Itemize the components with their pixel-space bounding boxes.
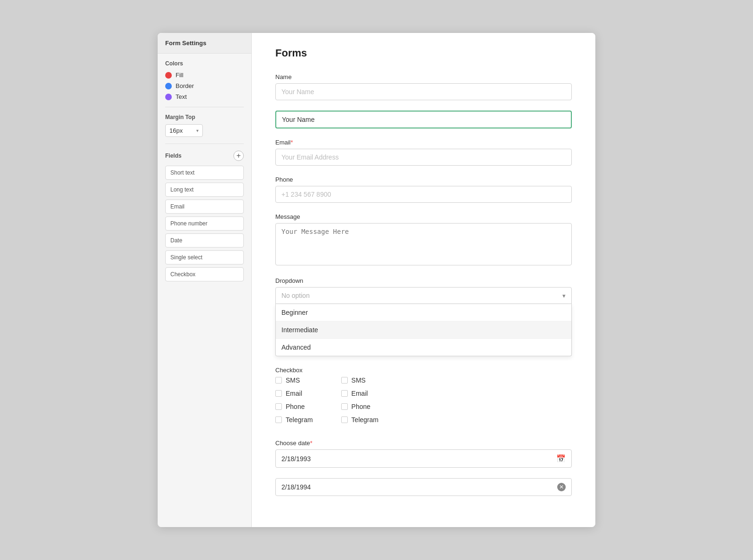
message-textarea[interactable] bbox=[275, 223, 572, 265]
checkbox-sms-right-input[interactable] bbox=[341, 377, 348, 384]
color-fill[interactable]: Fill bbox=[165, 72, 244, 79]
text-color-label: Text bbox=[176, 93, 187, 100]
checkbox-sms-left-input[interactable] bbox=[275, 377, 282, 384]
checkbox-sms-left-label: SMS bbox=[286, 376, 300, 384]
date2-container: ✕ bbox=[275, 478, 572, 496]
form-group-email: Email* bbox=[275, 139, 572, 166]
dropdown-option-advanced[interactable]: Advanced bbox=[276, 339, 571, 356]
form-group-dropdown: Dropdown No option ▾ Beginner Intermedia… bbox=[275, 277, 572, 356]
form-group-phone: Phone bbox=[275, 176, 572, 203]
calendar-icon[interactable]: 📅 bbox=[556, 454, 566, 463]
margin-top-section: Margin Top 16px ▾ bbox=[165, 114, 244, 137]
divider-2 bbox=[165, 144, 244, 144]
checkbox-telegram-right-label: Telegram bbox=[352, 416, 379, 424]
color-text[interactable]: Text bbox=[165, 93, 244, 100]
form-group-name-active bbox=[275, 111, 572, 128]
form-group-message: Message bbox=[275, 213, 572, 267]
checkbox-sms-right: SMS bbox=[341, 376, 379, 384]
checkbox-email-right: Email bbox=[341, 390, 379, 397]
dropdown-options-list: Beginner Intermediate Advanced bbox=[275, 304, 572, 356]
fields-header: Fields + bbox=[165, 151, 244, 161]
form-group-date1: Choose date* 📅 bbox=[275, 440, 572, 468]
checkbox-phone-left-label: Phone bbox=[286, 403, 304, 410]
phone-input[interactable] bbox=[275, 186, 572, 203]
checkbox-email-right-input[interactable] bbox=[341, 390, 348, 397]
date1-input[interactable] bbox=[281, 455, 556, 463]
margin-top-select[interactable]: 16px ▾ bbox=[165, 124, 203, 137]
date1-container: 📅 bbox=[275, 449, 572, 468]
chevron-down-icon: ▾ bbox=[562, 292, 566, 299]
message-label: Message bbox=[275, 213, 572, 220]
checkbox-email-left-input[interactable] bbox=[275, 390, 282, 397]
field-checkbox[interactable]: Checkbox bbox=[165, 267, 244, 281]
field-single-select[interactable]: Single select bbox=[165, 250, 244, 264]
date1-required-star: * bbox=[310, 440, 312, 447]
divider-1 bbox=[165, 107, 244, 107]
colors-section-title: Colors bbox=[165, 60, 244, 67]
checkbox-telegram-left-label: Telegram bbox=[286, 416, 313, 424]
sidebar: Form Settings Colors Fill Border Text Ma… bbox=[158, 33, 252, 527]
fields-section: Fields + Short text Long text Email Phon… bbox=[165, 151, 244, 281]
checkbox-column-right: SMS Email Phone Telegram bbox=[341, 376, 379, 429]
dropdown-option-beginner[interactable]: Beginner bbox=[276, 304, 571, 321]
phone-label: Phone bbox=[275, 176, 572, 183]
clear-icon[interactable]: ✕ bbox=[557, 483, 566, 491]
checkbox-telegram-right: Telegram bbox=[341, 416, 379, 424]
form-group-checkbox: Checkbox SMS Email Phone bbox=[275, 367, 572, 429]
checkbox-columns: SMS Email Phone Telegram bbox=[275, 376, 572, 429]
form-group-name-inactive: Name bbox=[275, 73, 572, 100]
border-color-label: Border bbox=[176, 82, 194, 89]
dropdown-label: Dropdown bbox=[275, 277, 572, 284]
checkbox-email-left: Email bbox=[275, 390, 313, 397]
main-area: Forms Name Email* Phone Message bbox=[252, 33, 595, 527]
field-phone-number[interactable]: Phone number bbox=[165, 216, 244, 231]
email-label: Email* bbox=[275, 139, 572, 146]
app-container: Form Settings Colors Fill Border Text Ma… bbox=[158, 33, 595, 527]
date1-label: Choose date* bbox=[275, 440, 572, 447]
chevron-down-icon: ▾ bbox=[196, 128, 199, 133]
margin-top-label: Margin Top bbox=[165, 114, 244, 120]
checkbox-label: Checkbox bbox=[275, 367, 572, 374]
email-input[interactable] bbox=[275, 149, 572, 166]
add-field-button[interactable]: + bbox=[233, 151, 244, 161]
checkbox-phone-right-input[interactable] bbox=[341, 403, 348, 410]
checkbox-sms-right-label: SMS bbox=[352, 376, 366, 384]
fields-title: Fields bbox=[165, 152, 182, 159]
checkbox-sms-left: SMS bbox=[275, 376, 313, 384]
fill-color-dot bbox=[165, 72, 172, 79]
page-title: Forms bbox=[275, 47, 572, 59]
form-group-date2: ✕ bbox=[275, 478, 572, 496]
checkbox-email-right-label: Email bbox=[352, 390, 368, 397]
sidebar-content: Colors Fill Border Text Margin Top 16px … bbox=[158, 54, 251, 291]
dropdown-container: No option ▾ Beginner Intermediate Advanc… bbox=[275, 287, 572, 356]
dropdown-option-intermediate[interactable]: Intermediate bbox=[276, 321, 571, 339]
name-input-inactive[interactable] bbox=[275, 83, 572, 100]
checkbox-phone-right-label: Phone bbox=[352, 403, 370, 410]
field-short-text[interactable]: Short text bbox=[165, 166, 244, 180]
margin-top-value: 16px bbox=[169, 127, 183, 134]
date2-input[interactable] bbox=[281, 483, 557, 491]
text-color-dot bbox=[165, 94, 172, 100]
checkbox-column-left: SMS Email Phone Telegram bbox=[275, 376, 313, 429]
fill-color-label: Fill bbox=[176, 72, 184, 79]
email-required-star: * bbox=[291, 139, 293, 146]
checkbox-telegram-right-input[interactable] bbox=[341, 416, 348, 423]
checkbox-phone-right: Phone bbox=[341, 403, 379, 410]
checkbox-telegram-left: Telegram bbox=[275, 416, 313, 424]
color-border[interactable]: Border bbox=[165, 82, 244, 89]
name-input-active[interactable] bbox=[275, 111, 572, 128]
field-date[interactable]: Date bbox=[165, 233, 244, 248]
checkbox-phone-left-input[interactable] bbox=[275, 403, 282, 410]
checkbox-telegram-left-input[interactable] bbox=[275, 416, 282, 423]
field-email[interactable]: Email bbox=[165, 200, 244, 214]
field-long-text[interactable]: Long text bbox=[165, 183, 244, 197]
border-color-dot bbox=[165, 83, 172, 89]
dropdown-select[interactable]: No option ▾ bbox=[275, 287, 572, 304]
checkbox-email-left-label: Email bbox=[286, 390, 302, 397]
checkbox-phone-left: Phone bbox=[275, 403, 313, 410]
name-label-inactive: Name bbox=[275, 73, 572, 80]
dropdown-selected-value: No option bbox=[281, 292, 310, 299]
sidebar-header: Form Settings bbox=[158, 33, 251, 54]
